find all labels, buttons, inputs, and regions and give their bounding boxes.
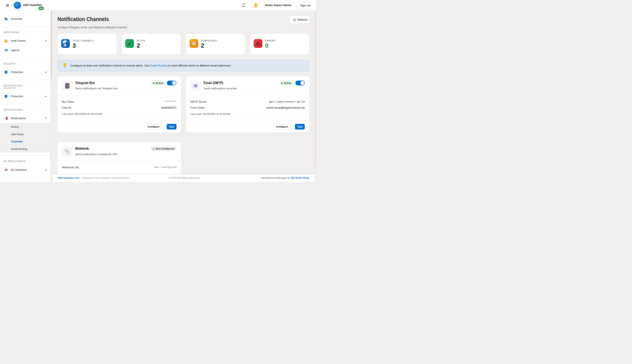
- svg-text:@: @: [194, 84, 197, 87]
